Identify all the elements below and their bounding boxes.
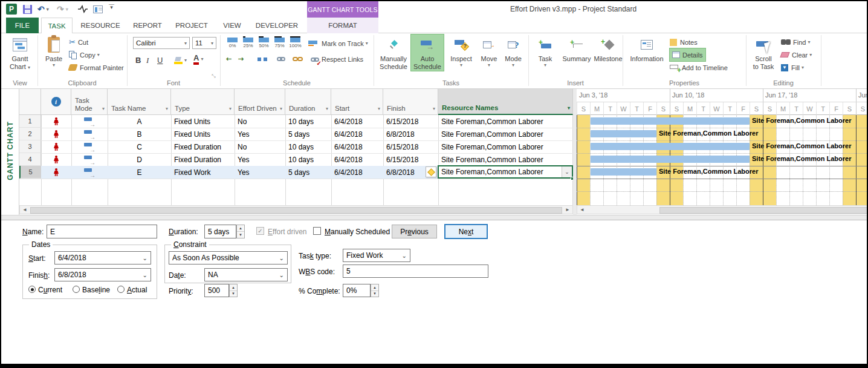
resource-names-edit-cell[interactable]: Site Foreman,Common Laborer⌄ — [438, 165, 573, 179]
font-color-button[interactable]: A ▾ — [193, 53, 203, 65]
fill-button[interactable]: ▼ Fill▾ — [781, 61, 804, 74]
effort-driven-cell[interactable]: No — [235, 140, 285, 153]
bold-button[interactable]: B — [135, 54, 141, 67]
manually-scheduled-checkbox[interactable] — [313, 227, 321, 235]
indicator-cell[interactable] — [41, 166, 71, 179]
scroll-left-icon[interactable]: ◄ — [21, 206, 29, 213]
redo-icon[interactable]: ↷▾ — [57, 3, 68, 15]
row-number-header[interactable] — [19, 89, 41, 115]
pct-100-button[interactable]: 100% — [288, 36, 303, 50]
resource-names-header[interactable]: Resource Names▾ — [438, 89, 573, 115]
gantt-task-bar[interactable] — [591, 168, 656, 176]
information-button[interactable]: Information — [627, 34, 666, 63]
task-name-cell[interactable]: A — [108, 115, 171, 128]
insert-summary-button[interactable]: + Summary — [560, 34, 594, 63]
type-cell[interactable]: Fixed Work — [171, 166, 235, 179]
tab-report[interactable]: REPORT — [128, 18, 167, 33]
task-name-cell[interactable]: D — [108, 153, 171, 166]
row-number-cell[interactable]: 1 — [19, 115, 41, 128]
task-form-icon[interactable] — [93, 3, 103, 15]
gantt-task-bar[interactable] — [591, 130, 656, 137]
tab-format[interactable]: FORMAT — [307, 18, 378, 33]
scroll-to-task-button[interactable]: Scroll to Task — [750, 34, 777, 71]
paste-button[interactable]: Paste▾ — [41, 34, 66, 68]
app-logo[interactable]: P — [6, 3, 17, 15]
tab-file[interactable]: FILE — [6, 18, 39, 33]
pct-75-button[interactable]: 75% — [272, 36, 287, 50]
italic-button[interactable]: I — [146, 54, 149, 67]
row-number-cell[interactable]: 5 — [19, 166, 41, 179]
duration-header[interactable]: Duration▾ — [285, 89, 331, 115]
tab-view[interactable]: VIEW — [216, 18, 248, 33]
tab-project[interactable]: PROJECT — [169, 18, 214, 33]
font-size-combo[interactable]: 11▾ — [192, 37, 216, 49]
resource-names-cell[interactable]: Site Foreman,Common Laborer — [438, 140, 573, 153]
link-tasks-icon[interactable] — [277, 53, 285, 65]
constraint-combo[interactable]: As Soon As Possible⌄ — [169, 251, 288, 264]
row-number-cell[interactable]: 2 — [19, 128, 41, 140]
effort-driven-header[interactable]: Effort Driven▾ — [235, 89, 285, 115]
duration-cell[interactable]: 5 days — [285, 128, 331, 140]
auto-schedule-button[interactable]: → Auto Schedule — [411, 34, 444, 71]
start-cell[interactable]: 6/4/2018 — [331, 128, 383, 140]
split-task-button[interactable] — [257, 53, 267, 65]
indent-task-button[interactable]: ⇢ — [238, 53, 244, 65]
find-button[interactable]: Find▾ — [781, 36, 810, 48]
inspect-button[interactable]: ? Inspect▾ — [447, 34, 475, 68]
clear-button[interactable]: Clear▾ — [781, 48, 812, 61]
duration-cell[interactable]: 10 days — [285, 153, 331, 166]
duration-cell[interactable]: 10 days — [285, 115, 331, 128]
respect-links-button[interactable]: ✓ Respect Links — [311, 53, 363, 65]
finish-cell[interactable]: 6/8/2018 — [383, 128, 438, 140]
name-input[interactable]: E — [47, 225, 157, 238]
indicator-cell[interactable] — [41, 115, 71, 128]
font-dialog-launcher-icon[interactable]: ⤡ — [212, 73, 215, 79]
table-horizontal-scrollbar[interactable]: ◄ ► — [19, 205, 573, 214]
task-type-combo[interactable]: Fixed Work⌄ — [343, 249, 410, 262]
task-name-cell[interactable]: C — [108, 140, 171, 153]
network-diagram-icon[interactable] — [77, 3, 88, 15]
pct-0-button[interactable]: 0% — [225, 36, 240, 50]
smart-tag-button[interactable] — [426, 166, 436, 177]
task-mode-cell[interactable] — [71, 140, 108, 153]
start-cell[interactable]: 6/4/2018 — [331, 166, 383, 179]
row-number-cell[interactable]: 3 — [19, 140, 41, 153]
task-name-cell[interactable]: B — [108, 128, 171, 140]
gantt-chart-view-button[interactable]: Gantt Chart ▾ — [5, 34, 35, 71]
pct-complete-spinner[interactable]: ▲▼ — [371, 284, 379, 297]
type-cell[interactable]: Fixed Duration — [171, 153, 235, 166]
indicator-cell[interactable] — [41, 153, 71, 166]
add-to-timeline-button[interactable]: + Add to Timeline — [670, 61, 728, 74]
resource-dropdown-icon[interactable]: ⌄ — [562, 166, 572, 177]
constraint-date-combo[interactable]: NA⌄ — [204, 268, 288, 281]
wbs-code-input[interactable]: 5 — [343, 264, 488, 278]
resource-names-cell[interactable]: Site Foreman,Common Laborer — [438, 153, 573, 166]
start-cell[interactable]: 6/4/2018 — [331, 153, 383, 166]
pct-25-button[interactable]: 25% — [241, 36, 256, 50]
effort-driven-cell[interactable]: No — [235, 115, 285, 128]
duration-cell[interactable]: 10 days — [285, 140, 331, 153]
duration-spinner[interactable]: ▲▼ — [236, 225, 245, 238]
baseline-radio[interactable] — [73, 286, 80, 293]
gantt-task-bar[interactable] — [591, 143, 750, 150]
duration-cell[interactable]: 5 days — [285, 166, 331, 179]
priority-input[interactable]: 500 — [204, 284, 229, 297]
type-cell[interactable]: Fixed Duration — [171, 140, 235, 153]
format-painter-button[interactable]: Format Painter — [69, 61, 124, 74]
tab-developer[interactable]: DEVELOPER — [250, 18, 303, 33]
active-view-strip[interactable]: GANTT CHART — [1, 89, 19, 215]
undo-icon[interactable]: ↶▾ — [37, 3, 49, 15]
customize-qat-icon[interactable]: —▾ — [109, 3, 114, 15]
details-button[interactable]: Details — [670, 48, 705, 61]
next-button[interactable]: Next — [444, 224, 488, 239]
gantt-horizontal-scrollbar[interactable]: ◄ — [577, 205, 868, 214]
finish-cell[interactable]: 6/15/2018 — [383, 115, 438, 128]
task-mode-cell[interactable] — [71, 115, 108, 128]
task-mode-cell[interactable] — [71, 128, 108, 140]
gantt-timescale-days[interactable]: SMTWTFSSMTWTFSSMTWTFSS — [577, 102, 868, 115]
info-column-header[interactable]: i — [41, 89, 71, 115]
scroll-left-icon[interactable]: ◄ — [578, 206, 586, 213]
task-mode-header[interactable]: Task Mode▾ — [71, 89, 108, 115]
start-cell[interactable]: 6/4/2018 — [331, 140, 383, 153]
effort-driven-cell[interactable]: Yes — [235, 128, 285, 140]
